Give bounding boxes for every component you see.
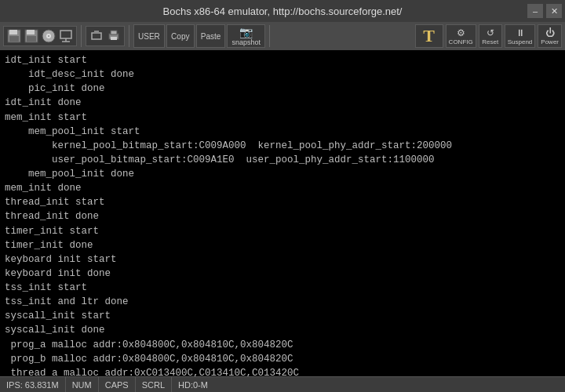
caps-status: CAPS xyxy=(99,377,136,392)
copy-button[interactable]: Copy xyxy=(166,24,195,48)
config-button[interactable]: ⚙ CONFIG xyxy=(446,24,476,48)
console-line: pic_init done xyxy=(5,82,560,96)
window-title: Bochs x86-64 emulator, http://bochs.sour… xyxy=(163,5,403,17)
toolbar-sep-2 xyxy=(129,25,129,47)
svg-point-8 xyxy=(48,35,49,37)
console-line: mem_init done xyxy=(5,181,560,195)
console-line: thread_init start xyxy=(5,195,560,209)
console-line: keyboard init start xyxy=(5,252,560,267)
console-line: keyboard init done xyxy=(5,267,560,281)
close-button[interactable]: ✕ xyxy=(546,4,562,18)
svg-rect-2 xyxy=(9,36,19,42)
toolbar-device-icons xyxy=(86,26,125,46)
console-line: kernel_pool_bitmap_start:C009A000 kernel… xyxy=(5,139,560,153)
svg-rect-13 xyxy=(94,31,99,34)
status-bar: IPS: 63.831M NUM CAPS SCRL HD:0-M xyxy=(0,376,565,392)
ips-status: IPS: 63.831M xyxy=(0,377,66,392)
user-button[interactable]: USER xyxy=(133,24,165,48)
suspend-icon: ⏸ xyxy=(516,27,525,38)
svg-rect-12 xyxy=(92,33,101,39)
usb-icon[interactable] xyxy=(88,27,105,45)
hd-status: HD:0-M xyxy=(172,377,214,392)
paste-button[interactable]: Paste xyxy=(196,24,226,48)
timer-icon[interactable]: T xyxy=(415,24,443,48)
svg-rect-5 xyxy=(27,36,36,42)
console-output: idt_init start idt_desc_init done pic_in… xyxy=(0,50,565,376)
num-status: NUM xyxy=(66,377,99,392)
console-line: timer_init done xyxy=(5,238,560,252)
gear-icon: ⚙ xyxy=(457,27,465,38)
console-line: idt_init start xyxy=(5,53,560,67)
console-line: tss_init and ltr done xyxy=(5,295,560,309)
toolbar: USER Copy Paste 📷 snapshot T ⚙ CONFIG xyxy=(0,22,565,50)
console-line: mem_pool_init done xyxy=(5,167,560,181)
cdrom-icon[interactable] xyxy=(40,27,57,45)
snapshot-button[interactable]: 📷 snapshot xyxy=(227,24,265,48)
network-icon[interactable] xyxy=(57,27,75,45)
camera-icon: 📷 xyxy=(239,26,253,38)
printer-icon[interactable] xyxy=(105,27,122,45)
title-bar: Bochs x86-64 emulator, http://bochs.sour… xyxy=(0,0,565,22)
console-line: user_pool_bitmap_start:C009A1E0 user_poo… xyxy=(5,153,560,167)
svg-rect-16 xyxy=(111,37,117,40)
console-line: prog_b malloc addr:0x804800C,0x804810C,0… xyxy=(5,352,560,366)
floppy-icon-2[interactable] xyxy=(23,27,40,45)
console-line: prog_a malloc addr:0x804800C,0x804810C,0… xyxy=(5,338,560,352)
floppy-icon-1[interactable] xyxy=(5,27,23,45)
console-line: timer_init start xyxy=(5,224,560,238)
suspend-button[interactable]: ⏸ Suspend xyxy=(505,24,536,48)
minimize-button[interactable]: – xyxy=(527,4,543,18)
console-line: syscall_init start xyxy=(5,309,560,323)
console-line: thread_init done xyxy=(5,209,560,223)
reset-icon: ↺ xyxy=(487,27,494,38)
console-line: syscall_init done xyxy=(5,323,560,337)
power-icon: ⏻ xyxy=(545,27,555,38)
toolbar-left-icons xyxy=(3,26,77,46)
console-line: tss_init start xyxy=(5,281,560,295)
toolbar-right: T ⚙ CONFIG ↺ Reset ⏸ Suspend ⏻ Power xyxy=(415,24,562,48)
svg-rect-1 xyxy=(9,30,17,34)
toolbar-sep-3 xyxy=(269,25,270,47)
reset-button[interactable]: ↺ Reset xyxy=(479,24,502,48)
console-line: mem_init start xyxy=(5,111,560,125)
console-line: thread_a malloc addr:0xC013400C,C013410C… xyxy=(5,366,560,376)
scrl-status: SCRL xyxy=(136,377,172,392)
svg-rect-9 xyxy=(60,31,71,38)
title-bar-controls: – ✕ xyxy=(527,4,562,18)
console-line: idt_init done xyxy=(5,96,560,110)
svg-rect-15 xyxy=(111,31,117,34)
console-line: idt_desc_init done xyxy=(5,67,560,82)
console-line: mem_pool_init start xyxy=(5,125,560,139)
main-window: Bochs x86-64 emulator, http://bochs.sour… xyxy=(0,0,565,392)
toolbar-sep-1 xyxy=(81,25,82,47)
svg-rect-4 xyxy=(27,30,35,34)
power-button[interactable]: ⏻ Power xyxy=(538,24,562,48)
